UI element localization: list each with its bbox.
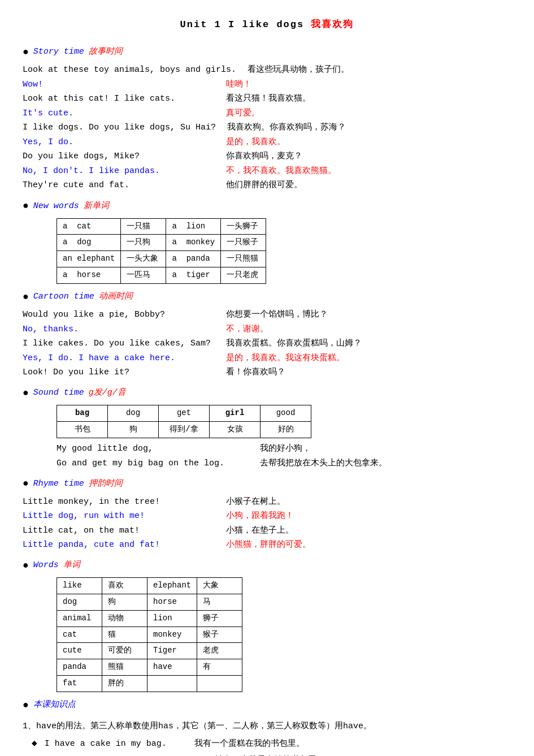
words-table: like 喜欢 elephant 大象 dog 狗 horse 马 animal… — [57, 577, 242, 692]
title-cn: 我喜欢狗 — [311, 19, 354, 30]
words-header: ● Words 单词 — [23, 557, 511, 574]
sound-poem: My good little dog, 我的好小狗， Go and get my… — [23, 442, 511, 470]
new-words-table: a cat 一只猫 a lion 一头狮子 a dog 一只狗 a monkey… — [57, 218, 266, 284]
knowledge-title-en: 本课知识点 — [33, 698, 76, 712]
bullet-new-words: ● — [23, 197, 29, 215]
rhyme-line-1: Little dog, run with me! 小狗，跟着我跑！ — [23, 509, 511, 524]
story-line-0: Look at these toy animals, boys and girl… — [23, 63, 511, 77]
knowledge-header: ● 本课知识点 — [23, 697, 511, 714]
page-title: Unit 1 I like dogs 我喜欢狗 — [23, 17, 511, 33]
story-time-header: ● Story time 故事时间 — [23, 44, 511, 61]
sound-time-header: ● Sound time g发/g/音 — [23, 385, 511, 402]
cartoon-line-3: Yes, I do. I have a cake here. 是的，我喜欢。我这… — [23, 351, 511, 366]
bullet-sound: ● — [23, 385, 29, 402]
story-time-content: Look at these toy animals, boys and girl… — [23, 63, 511, 193]
table-row: an elephant 一头大象 a panda 一只熊猫 — [57, 251, 266, 267]
note-1: 1、have的用法。第三人称单数使用has，其它（第一、二人称，第三人称双数等）… — [23, 719, 511, 734]
bullet-knowledge: ● — [23, 697, 29, 714]
diamond-icon-1: ◆ — [32, 738, 37, 749]
rhyme-content: Little monkey, in the tree! 小猴子在树上。 Litt… — [23, 495, 511, 552]
bullet-cartoon: ● — [23, 288, 29, 306]
story-line-7: No, I don't. I like pandas. 不，我不喜欢。我喜欢熊猫… — [23, 164, 511, 179]
table-row: a cat 一只猫 a lion 一头狮子 — [57, 218, 266, 235]
table-row: fat 胖的 — [57, 676, 242, 692]
table-row: cute 可爱的 Tiger 老虎 — [57, 643, 242, 659]
story-line-5: Yes, I do. 是的，我喜欢。 — [23, 135, 511, 150]
story-line-3: It's cute. 真可爱。 — [23, 106, 511, 121]
words-title-en: Words — [33, 558, 59, 573]
table-row: animal 动物 lion 狮子 — [57, 610, 242, 627]
story-line-6: Do you like dogs, Mike? 你喜欢狗吗，麦克？ — [23, 149, 511, 164]
story-title-cn: 故事时间 — [89, 45, 123, 59]
cartoon-line-1: No, thanks. 不，谢谢。 — [23, 322, 511, 337]
story-line-2: Look at this cat! I like cats. 看这只猫！我喜欢猫… — [23, 92, 511, 106]
sound-header-row: bag dog get girl good — [57, 405, 311, 422]
cartoon-line-4: Look! Do you like it? 看！你喜欢吗？ — [23, 365, 511, 380]
table-row: dog 狗 horse 马 — [57, 594, 242, 611]
new-words-title-en: New words — [33, 199, 79, 214]
new-words-header: ● New words 新单词 — [23, 197, 511, 215]
rhyme-line-2: Little cat, on the mat! 小猫，在垫子上。 — [23, 524, 511, 538]
table-row: panda 熊猫 have 有 — [57, 659, 242, 676]
cartoon-title-en: Cartoon time — [33, 290, 94, 304]
cartoon-time-header: ● Cartoon time 动画时间 — [23, 288, 511, 306]
sound-line-2: Go and get my big bag on the log. 去帮我把放在… — [57, 456, 511, 471]
story-line-8: They're cute and fat. 他们胖胖的很可爱。 — [23, 178, 511, 193]
knowledge-content: 1、have的用法。第三人称单数使用has，其它（第一、二人称，第三人称双数等）… — [23, 719, 511, 756]
rhyme-line-3: Little panda, cute and fat! 小熊猫，胖胖的可爱。 — [23, 538, 511, 552]
new-words-title-cn: 新单词 — [84, 199, 109, 214]
bullet-rhyme: ● — [23, 475, 29, 493]
cartoon-time-content: Would you like a pie, Bobby? 你想要一个馅饼吗，博比… — [23, 308, 511, 380]
table-row: like 喜欢 elephant 大象 — [57, 578, 242, 594]
rhyme-title-en: Rhyme time — [33, 477, 84, 491]
cartoon-line-2: I like cakes. Do you like cakes, Sam? 我喜… — [23, 336, 511, 351]
title-en: Unit 1 I like dogs — [180, 19, 305, 30]
example-1: ◆ I have a cake in my bag. 我有一个蛋糕在我的书包里。 — [32, 736, 511, 751]
sound-title-cn: g发/g/音 — [89, 386, 126, 400]
bullet-story: ● — [23, 44, 29, 61]
sound-translation-row: 书包 狗 得到/拿 女孩 好的 — [57, 422, 311, 438]
table-row: a horse 一匹马 a tiger 一只老虎 — [57, 267, 266, 283]
sound-table: bag dog get girl good 书包 狗 得到/拿 女孩 好的 — [57, 405, 311, 438]
story-line-4: I like dogs. Do you like dogs, Su Hai? 我… — [23, 120, 511, 135]
rhyme-time-header: ● Rhyme time 押韵时间 — [23, 475, 511, 493]
rhyme-line-0: Little monkey, in the tree! 小猴子在树上。 — [23, 495, 511, 509]
story-title-en: Story time — [33, 45, 84, 59]
sound-title-en: Sound time — [33, 386, 84, 400]
bullet-words: ● — [23, 557, 29, 574]
rhyme-title-cn: 押韵时间 — [89, 477, 123, 491]
table-row: cat 猫 monkey 猴子 — [57, 627, 242, 643]
sound-line-1: My good little dog, 我的好小狗， — [57, 442, 511, 456]
words-title-cn: 单词 — [63, 558, 80, 573]
story-line-1: Wow! 哇哟！ — [23, 77, 511, 92]
table-row: a dog 一只狗 a monkey 一只猴子 — [57, 235, 266, 251]
example-2: ◆ She has an apple in her bag. 她有一个苹果在她的… — [32, 753, 511, 756]
cartoon-line-0: Would you like a pie, Bobby? 你想要一个馅饼吗，博比… — [23, 308, 511, 322]
cartoon-title-cn: 动画时间 — [99, 290, 133, 304]
